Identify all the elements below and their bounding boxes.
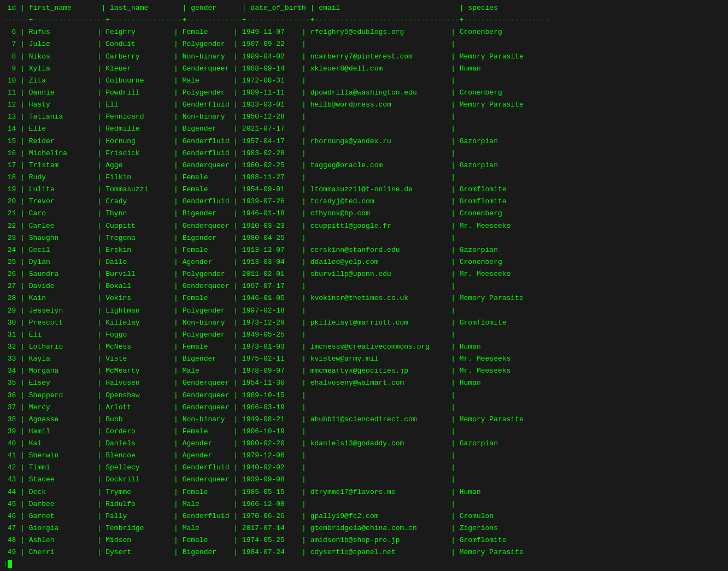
table-row: 37 | Mercy | Arlott | Genderqueer | 1966…	[0, 402, 728, 414]
table-row: 11 | Dannie | Powdrill | Polygender | 19…	[0, 87, 728, 99]
table-row: 36 | Shepperd | Openshaw | Genderqueer |…	[0, 390, 728, 402]
table-row: 35 | Elsey | Halvosen | Genderqueer | 19…	[0, 377, 728, 389]
table-row: 7 | Julie | Conduit | Polygender | 1907-…	[0, 38, 728, 50]
table-row: 26 | Saundra | Burvill | Polygender | 20…	[0, 268, 728, 280]
data-rows-container: 6 | Rufus | Feighry | Female | 1949-11-0…	[0, 26, 728, 558]
table-row: 44 | Deck | Trymme | Female | 1985-05-15…	[0, 486, 728, 498]
table-row: 41 | Sherwin | Blencoe | Agender | 1979-…	[0, 450, 728, 462]
table-row: 49 | Cherri | Dysert | Bigender | 1984-0…	[0, 546, 728, 558]
table-row: 43 | Stacee | Dockrill | Genderqueer | 1…	[0, 474, 728, 486]
table-row: 21 | Caro | Thynn | Bigender | 1946-01-1…	[0, 208, 728, 220]
table-row: 28 | Kain | Vokins | Female | 1946-01-05…	[0, 292, 728, 304]
table-row: 25 | Dylan | Daile | Agender | 1913-03-0…	[0, 256, 728, 268]
table-row: 19 | Lulita | Tommasuzzi | Female | 1954…	[0, 184, 728, 196]
table-row: 38 | Agnesse | Bubb | Non-binary | 1949-…	[0, 414, 728, 426]
table-row: 8 | Nikos | Carberry | Non-binary | 1909…	[0, 51, 728, 63]
prompt-line: :	[0, 558, 728, 569]
table-row: 24 | Cecil | Erskin | Female | 1913-12-0…	[0, 244, 728, 256]
table-row: 47 | Giorgia | Tembridge | Male | 2017-0…	[0, 522, 728, 534]
table-row: 33 | Kayla | Viste | Bigender | 1975-02-…	[0, 353, 728, 365]
terminal-window: id | first_name | last_name | gender | d…	[0, 0, 728, 571]
table-row: 16 | Michelina | Frisdick | Genderfluid …	[0, 148, 728, 160]
table-row: 9 | Xylia | Kleuer | Genderqueer | 1988-…	[0, 63, 728, 75]
divider-row: ------+-----------------+---------------…	[0, 14, 728, 26]
table-row: 14 | Elle | Redmille | Bigender | 2021-0…	[0, 123, 728, 135]
table-row: 17 | Tristam | Agge | Genderqueer | 1960…	[0, 160, 728, 172]
table-row: 48 | Ashlen | Midson | Female | 1974-05-…	[0, 534, 728, 546]
table-row: 31 | Eli | Foggo | Polygender | 1949-05-…	[0, 329, 728, 341]
table-row: 27 | Davide | Boxall | Genderqueer | 199…	[0, 280, 728, 292]
table-row: 34 | Morgana | McMearty | Male | 1978-09…	[0, 365, 728, 377]
table-row: 12 | Hasty | Ell | Genderfluid | 1933-03…	[0, 99, 728, 111]
table-row: 15 | Reider | Hornung | Genderfluid | 19…	[0, 136, 728, 148]
table-row: 46 | Garnet | Pally | Genderfluid | 1970…	[0, 510, 728, 522]
table-row: 40 | Kai | Daniels | Agender | 1980-02-2…	[0, 438, 728, 450]
table-row: 29 | Jesselyn | Lightman | Polygender | …	[0, 305, 728, 317]
table-row: 13 | Tatiania | Pennicard | Non-binary |…	[0, 111, 728, 123]
table-row: 32 | Lothario | McNess | Female | 1973-0…	[0, 341, 728, 353]
table-row: 45 | Darbee | Ridulfo | Male | 1966-12-0…	[0, 498, 728, 510]
table-row: 30 | Prescott | Killelay | Non-binary | …	[0, 317, 728, 329]
table-row: 6 | Rufus | Feighry | Female | 1949-11-0…	[0, 26, 728, 38]
table-row: 23 | Shaughn | Tregona | Bigender | 1980…	[0, 232, 728, 244]
table-row: 20 | Trevor | Crady | Genderfluid | 1939…	[0, 196, 728, 208]
table-row: 18 | Rudy | Filkin | Female | 1988-11-27…	[0, 172, 728, 184]
prompt-symbol: :	[3, 560, 8, 568]
table-row: 42 | Timmi | Spellecy | Genderfluid | 19…	[0, 462, 728, 474]
cursor	[8, 560, 12, 568]
header-row: id | first_name | last_name | gender | d…	[0, 2, 728, 14]
table-row: 22 | Carlee | Cuppitt | Genderqueer | 19…	[0, 220, 728, 232]
table-row: 39 | Hamil | Cordero | Female | 1906-10-…	[0, 426, 728, 438]
table-row: 10 | Zita | Colbourne | Male | 1972-08-3…	[0, 75, 728, 87]
